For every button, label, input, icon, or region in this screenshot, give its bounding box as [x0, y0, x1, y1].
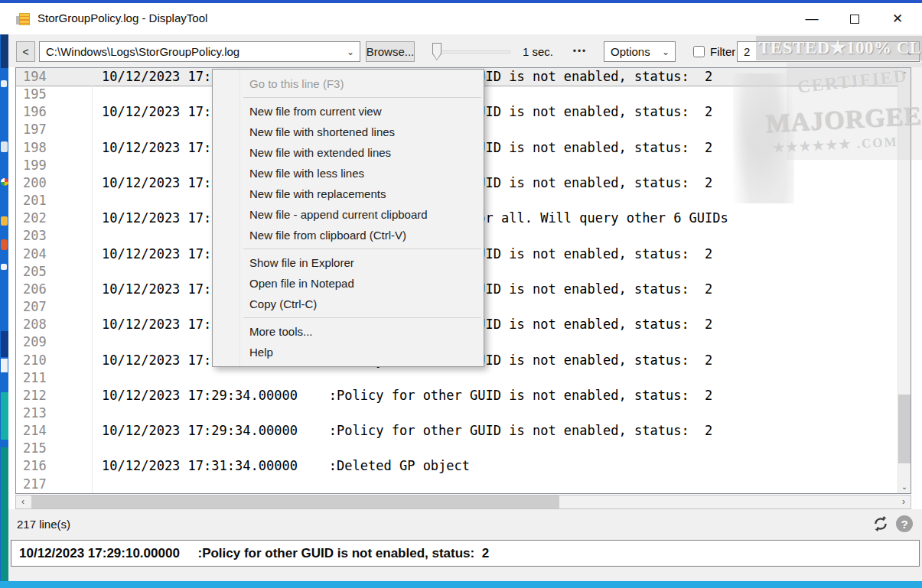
line-number: 194 [16, 68, 93, 86]
line-number: 215 [16, 440, 93, 457]
menu-item[interactable]: New file with replacements [213, 184, 484, 204]
log-line[interactable]: 21610/12/2023 17:31:34.00000 :Deleted GP… [16, 457, 898, 475]
line-number: 195 [16, 86, 93, 103]
line-number: 207 [16, 298, 93, 316]
filter-checkbox[interactable] [693, 46, 705, 57]
menu-item[interactable]: New file with shortened lines [213, 122, 484, 142]
maximize-button[interactable] [833, 3, 876, 34]
filter-label: Filter [710, 45, 735, 58]
chevron-down-icon[interactable]: ⌄ [906, 47, 919, 57]
line-count-status: 217 line(s) [17, 518, 70, 531]
menu-item[interactable]: More tools... [213, 321, 484, 342]
menu-item[interactable]: Help [213, 342, 484, 362]
titlebar: StorGroupPolicy.log - DisplayTool — ✕ [8, 3, 922, 34]
toolbar: < C:\Windows\Logs\StorGroupPolicy.log ⌄ … [8, 34, 922, 67]
desktop-edge-sliver [0, 34, 8, 581]
refresh-interval-slider[interactable] [432, 41, 510, 62]
menu-item[interactable]: Copy (Ctrl-C) [213, 294, 484, 314]
scroll-left-arrow-icon[interactable]: ‹ [16, 495, 30, 508]
scroll-up-arrow-icon[interactable]: ⌃ [898, 68, 911, 81]
screen: StorGroupPolicy.log - DisplayTool — ✕ < … [0, 0, 922, 588]
menu-separator [243, 249, 481, 249]
vertical-scrollbar[interactable]: ⌃ ⌄ [898, 68, 911, 493]
line-text [93, 369, 102, 387]
menu-item[interactable]: New file from clipboard (Ctrl-V) [213, 225, 484, 245]
line-number: 196 [16, 103, 93, 121]
minimize-button[interactable]: — [790, 3, 833, 34]
line-number: 202 [16, 210, 93, 227]
interval-label: 1 sec. [523, 41, 553, 62]
line-text [93, 192, 102, 210]
statusbar: 217 line(s) ? 10/12/2023 17:29:10.00000 … [8, 509, 922, 581]
close-icon: ✕ [892, 11, 903, 27]
log-line[interactable]: 213 [16, 404, 898, 422]
chevron-down-icon: ⌄ [662, 47, 675, 57]
context-menu-items: Go to this line (F3)New file from curren… [213, 73, 484, 362]
menu-item[interactable]: New file - append current clipboard [213, 204, 484, 225]
close-button[interactable]: ✕ [876, 3, 919, 34]
app-icon [16, 12, 30, 26]
line-number: 200 [16, 174, 93, 192]
scroll-down-arrow-icon[interactable]: ⌄ [898, 480, 911, 493]
minimize-icon: — [806, 11, 819, 27]
log-line[interactable]: 217 [16, 476, 898, 493]
window-title: StorGroupPolicy.log - DisplayTool [37, 11, 207, 24]
line-number: 211 [16, 369, 93, 387]
log-line[interactable]: 211 [16, 369, 898, 387]
scroll-right-arrow-icon[interactable]: › [897, 495, 911, 508]
line-number: 197 [16, 121, 93, 138]
context-menu: Go to this line (F3)New file from curren… [212, 69, 484, 367]
more-options-button[interactable]: ••• [567, 41, 593, 62]
line-number: 199 [16, 157, 93, 174]
menu-item[interactable]: New file from current view [213, 101, 484, 122]
line-number: 198 [16, 139, 93, 157]
desktop-edge-bottom [0, 581, 922, 588]
line-text [93, 121, 102, 138]
current-line-text: 10/12/2023 17:29:10.00000 :Policy for ot… [11, 546, 489, 561]
log-line[interactable]: 21410/12/2023 17:29:34.00000 :Policy for… [16, 422, 898, 440]
line-text [93, 440, 102, 457]
line-number: 216 [16, 457, 93, 475]
browse-button[interactable]: Browse... [366, 41, 415, 62]
maximize-icon [850, 15, 859, 24]
line-number: 201 [16, 192, 93, 210]
line-text [93, 157, 102, 174]
menu-separator [243, 317, 481, 318]
vertical-scrollbar-thumb[interactable] [898, 395, 911, 463]
file-path-value: C:\Windows\Logs\StorGroupPolicy.log [46, 45, 239, 58]
line-text: 10/12/2023 17:31:34.00000 :Deleted GP ob… [93, 457, 470, 475]
line-number: 217 [16, 476, 93, 493]
refresh-button[interactable] [872, 515, 890, 533]
filter-value: 2 [744, 45, 750, 58]
line-number: 204 [16, 245, 93, 263]
current-line-box: 10/12/2023 17:29:10.00000 :Policy for ot… [11, 540, 920, 567]
line-text [93, 333, 102, 351]
horizontal-scrollbar-thumb[interactable] [31, 495, 559, 508]
back-button[interactable]: < [16, 41, 35, 62]
options-dropdown[interactable]: Options ⌄ [604, 41, 676, 62]
slider-track[interactable] [440, 50, 510, 54]
line-text: 10/12/2023 17:29:34.00000 :Policy for ot… [93, 387, 712, 404]
log-line[interactable]: 215 [16, 440, 898, 457]
filter-value-combobox[interactable]: 2 ⌄ [737, 41, 920, 62]
menu-item[interactable]: Show file in Explorer [213, 252, 484, 273]
line-number: 214 [16, 422, 93, 440]
line-text [93, 404, 102, 422]
line-text [93, 263, 102, 281]
menu-item[interactable]: New file with extended lines [213, 142, 484, 163]
slider-thumb[interactable] [432, 43, 441, 60]
file-path-combobox[interactable]: C:\Windows\Logs\StorGroupPolicy.log ⌄ [39, 41, 360, 62]
refresh-icon [872, 515, 890, 533]
line-number: 210 [16, 352, 93, 369]
line-number: 208 [16, 316, 93, 333]
options-label: Options [611, 45, 650, 58]
line-text [93, 298, 102, 316]
line-text [93, 476, 102, 493]
line-number: 209 [16, 333, 93, 351]
menu-item[interactable]: Open file in Notepad [213, 273, 484, 294]
help-button[interactable]: ? [896, 515, 913, 532]
chevron-down-icon[interactable]: ⌄ [347, 47, 360, 57]
menu-item[interactable]: New file with less lines [213, 163, 484, 184]
log-line[interactable]: 21210/12/2023 17:29:34.00000 :Policy for… [16, 387, 898, 404]
horizontal-scrollbar[interactable]: ‹ › [15, 495, 911, 509]
